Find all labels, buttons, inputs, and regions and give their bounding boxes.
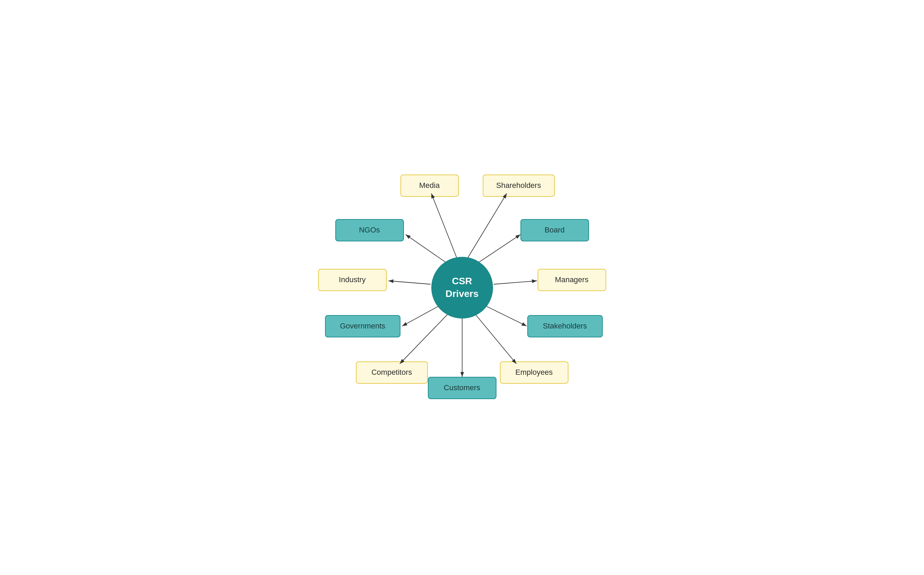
node-industry: Industry [318,269,387,291]
svg-line-1 [431,194,457,259]
diagram-container: CSR Drivers MediaShareholdersNGOsBoardIn… [315,168,610,408]
svg-line-10 [473,312,516,364]
center-line2: Drivers [445,288,479,300]
svg-line-3 [406,235,450,265]
node-ngos: NGOs [335,219,404,241]
node-board: Board [521,219,589,241]
node-customers: Customers [428,377,497,399]
node-managers: Managers [538,269,606,291]
svg-line-2 [467,194,507,259]
node-media: Media [400,175,459,197]
node-employees: Employees [500,361,568,384]
svg-line-8 [483,305,527,326]
svg-line-9 [400,312,450,364]
node-stakeholders: Stakeholders [527,315,603,337]
node-governments: Governments [325,315,400,337]
center-line1: CSR [452,275,472,288]
node-shareholders: Shareholders [483,175,555,197]
svg-line-6 [494,281,537,284]
svg-line-4 [474,235,521,265]
node-competitors: Competitors [356,361,428,384]
center-circle: CSR Drivers [431,257,493,319]
svg-line-5 [389,281,430,284]
svg-line-7 [402,305,441,326]
